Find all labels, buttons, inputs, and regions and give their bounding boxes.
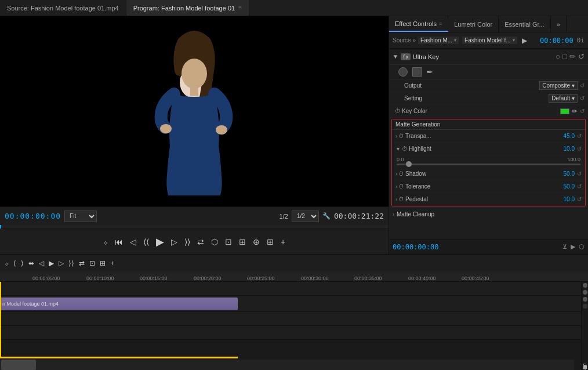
scroll-dot-4[interactable] — [583, 304, 587, 309]
tolerance-reset[interactable]: ↺ — [577, 183, 582, 190]
fx-circle-icon[interactable]: ○ — [556, 52, 560, 61]
setting-dropdown[interactable]: Default ▾ — [549, 94, 578, 103]
camera-button[interactable]: ⬡ — [210, 236, 219, 248]
step-back2-button[interactable]: ⟨⟨ — [142, 236, 150, 248]
timecode-right: 00:00:21:22 — [334, 212, 384, 220]
key-color-picker-icon[interactable]: ✏ — [572, 107, 578, 115]
fx-brush-icon[interactable]: ✏ — [569, 52, 576, 61]
tl-camera-btn[interactable]: ⊡ — [88, 258, 96, 269]
output-dropdown[interactable]: Composite ▾ — [539, 81, 578, 90]
timeline-scrollbar-h[interactable] — [0, 360, 574, 370]
program-menu-icon[interactable]: ≡ — [238, 5, 242, 11]
tl-btn-7[interactable]: ⟩⟩ — [67, 258, 75, 269]
highlight-slider-track[interactable] — [397, 164, 580, 165]
timeline-section: ⬦ ⟨ ⟩ ⬌ ◁ ▶ ▷ ⟩⟩ ⇄ ⊡ ⊞ + 00:00:05:00 00:… — [0, 254, 588, 370]
tl-btn-5[interactable]: ◁ — [38, 258, 45, 269]
transparency-value[interactable]: 45.0 — [564, 133, 575, 139]
highlight-value[interactable]: 10.0 — [564, 146, 575, 152]
pedestal-expand[interactable]: › — [395, 197, 397, 202]
scrollbar-thumb-h[interactable] — [1, 360, 36, 370]
highlight-reset[interactable]: ↺ — [577, 146, 582, 152]
transparency-expand[interactable]: › — [395, 133, 397, 139]
tab-lumetri[interactable]: Lumetri Color — [448, 16, 499, 32]
tolerance-value[interactable]: 50.0 — [564, 183, 575, 190]
fx-square-icon[interactable]: □ — [562, 52, 567, 61]
fit-select[interactable]: Fit 25% 50% 100% — [64, 211, 97, 222]
setting-label: Setting — [404, 95, 549, 101]
setting-reset[interactable]: ↺ — [580, 95, 585, 101]
tl-btn-8[interactable]: ⇄ — [78, 258, 86, 269]
scroll-dot-3[interactable] — [583, 297, 587, 302]
matte-cleanup-expand[interactable]: › — [393, 212, 394, 217]
key-color-swatch[interactable] — [560, 108, 569, 114]
track-row-empty-1 — [0, 282, 581, 296]
output-reset[interactable]: ↺ — [580, 82, 585, 89]
transparency-reset[interactable]: ↺ — [577, 133, 582, 139]
frame-fwd-button[interactable]: ▷ — [170, 236, 179, 248]
source-clip-name: Fashion M... — [420, 37, 452, 43]
fx-collapse-btn[interactable]: ▼ — [393, 53, 398, 60]
tl-btn-6[interactable]: ▷ — [57, 258, 65, 269]
fx-badge: fx — [401, 53, 411, 60]
insert-button[interactable]: ⊕ — [252, 236, 261, 248]
ruler-mark-9: 00:00:45:00 — [462, 275, 489, 281]
timeline-scrollbar-v[interactable]: S S — [581, 282, 588, 370]
ss-label: S S — [583, 365, 587, 369]
play-button[interactable]: ▶ — [155, 234, 165, 249]
brush-shape-icon[interactable]: ✒ — [426, 67, 433, 77]
video-preview — [93, 24, 296, 198]
scroll-dot-2[interactable] — [583, 290, 587, 295]
timeline-ruler[interactable]: 00:00:05:00 00:00:10:00 00:00:15:00 00:0… — [0, 271, 588, 282]
tl-btn-3[interactable]: ⟩ — [20, 258, 25, 269]
source-dropdown[interactable]: Fashion M... ▾ — [418, 37, 459, 44]
program-panel-tab[interactable]: Program: Fashion Model footage 01 ≡ — [126, 0, 249, 16]
fx-reset-icon[interactable]: ↺ — [578, 52, 585, 61]
tab-ec-menu[interactable]: ≡ — [439, 21, 442, 27]
play-icon-small[interactable]: ▶ — [571, 243, 575, 251]
source-panel-tab[interactable]: Source: Fashion Model footage 01.mp4 — [0, 0, 126, 16]
mark-in-button[interactable]: ⬦ — [102, 236, 109, 248]
output-value: Composite — [542, 82, 570, 89]
multi-cam-button[interactable]: ⊞ — [238, 236, 247, 248]
key-color-reset[interactable]: ↺ — [580, 108, 585, 114]
tl-add-btn[interactable]: + — [109, 258, 115, 269]
timecode-left[interactable]: 00:00:00:00 — [5, 212, 61, 220]
frame-back-button[interactable]: ◁ — [129, 236, 137, 248]
tl-play-btn[interactable]: ▶ — [48, 258, 55, 269]
shadow-value[interactable]: 50.0 — [564, 171, 575, 177]
shadow-reset[interactable]: ↺ — [577, 171, 582, 177]
tab-essential-gr[interactable]: Essential Gr... — [499, 16, 550, 32]
tolerance-expand[interactable]: › — [395, 184, 397, 190]
highlight-expand[interactable]: ▼ — [395, 146, 401, 152]
matte-generation-box: Matte Generation › ⏱ Transpa... 45.0 ↺ ▼… — [391, 119, 586, 206]
add-button[interactable]: + — [280, 236, 286, 248]
tl-btn-1[interactable]: ⬦ — [3, 258, 10, 269]
more-tabs-icon[interactable]: » — [551, 16, 567, 32]
loop-button[interactable]: ⇄ — [196, 236, 205, 248]
svg-point-5 — [160, 124, 172, 133]
step-back-button[interactable]: ⏮ — [114, 236, 124, 248]
scroll-dot-1[interactable] — [583, 283, 587, 288]
fraction-select[interactable]: 1/2 Full 1/4 — [292, 211, 319, 222]
wrench-icon[interactable]: 🔧 — [322, 212, 331, 220]
tab-effect-controls[interactable]: Effect Controls ≡ — [389, 16, 448, 32]
overwrite-button[interactable]: ⊞ — [266, 236, 275, 248]
ruler-mark-6: 00:00:30:00 — [301, 275, 329, 281]
tl-grid-btn[interactable]: ⊞ — [99, 258, 107, 269]
export-frame-button[interactable]: ⊡ — [224, 236, 233, 248]
play-icon[interactable]: ▶ — [522, 37, 527, 45]
shadow-expand[interactable]: › — [395, 171, 397, 177]
pedestal-value[interactable]: 10.0 — [564, 196, 575, 202]
source-row: Source » Fashion M... ▾ Fashion Model f.… — [389, 32, 588, 49]
funnel-icon[interactable]: ⊻ — [562, 243, 567, 251]
tl-btn-4[interactable]: ⬌ — [27, 258, 35, 269]
pedestal-reset[interactable]: ↺ — [577, 196, 582, 202]
export-icon[interactable]: ⬡ — [579, 243, 585, 251]
highlight-slider-thumb[interactable] — [406, 161, 412, 167]
tl-btn-2[interactable]: ⟨ — [12, 258, 17, 269]
video-clip[interactable]: n Model footage 01.mp4 — [0, 298, 238, 310]
step-fwd-button[interactable]: ⟩⟩ — [183, 236, 191, 248]
playhead-scrubber[interactable] — [0, 225, 389, 228]
clip-dropdown[interactable]: Fashion Model f... ▾ — [462, 37, 517, 44]
setting-row: Setting Default ▾ ↺ — [389, 92, 588, 105]
